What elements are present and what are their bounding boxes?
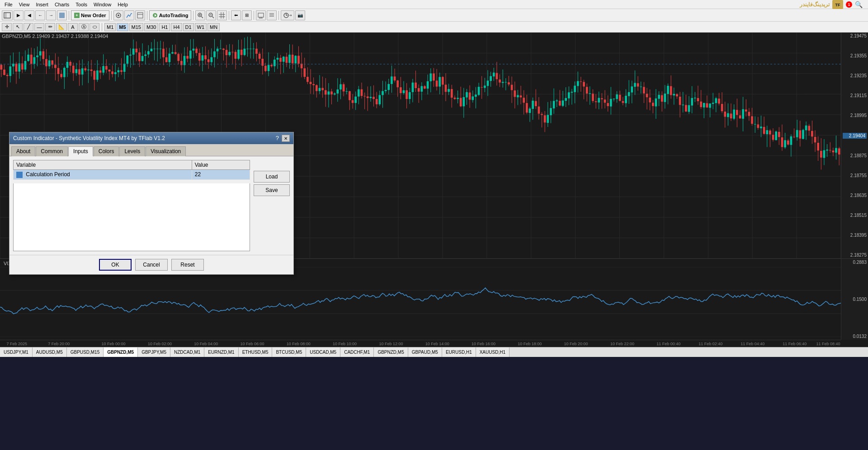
menu-tools[interactable]: Tools xyxy=(73,1,90,8)
indicator-axis: 0.2883 0.1500 0.0132 xyxy=(841,258,868,340)
cell-variable: Calculation Period xyxy=(14,170,192,180)
symbol-gbpnzd-m5-active[interactable]: GBPNZD,M5 xyxy=(104,347,138,357)
separator-7 xyxy=(278,11,279,20)
marketwatch-btn[interactable] xyxy=(267,10,277,20)
menu-view[interactable]: View xyxy=(16,1,33,8)
ok-btn[interactable]: OK xyxy=(99,259,132,271)
tf-w1[interactable]: W1 xyxy=(195,23,207,31)
tf-m1[interactable]: M1 xyxy=(104,23,116,31)
indicator-chart[interactable] xyxy=(0,267,841,337)
separator-4 xyxy=(193,11,193,20)
template-btn[interactable] xyxy=(135,10,145,20)
zoom-out-btn[interactable]: ◀ xyxy=(24,10,34,20)
fib-btn[interactable]: 📐 xyxy=(56,23,67,31)
symbol-gbpaud-m5[interactable]: GBPAUD,M5 xyxy=(408,347,442,357)
menu-window[interactable]: Window xyxy=(91,1,114,8)
symbol-usdjpy-m1[interactable]: USDJPY,M1 xyxy=(0,347,33,357)
scroll-right-btn[interactable]: → xyxy=(46,10,56,20)
symbol-ethusd-m5[interactable]: ETHUSD,M5 xyxy=(239,347,273,357)
indicators-btn[interactable] xyxy=(124,10,134,20)
save-btn[interactable]: Save xyxy=(254,184,290,196)
dialog-close-btn[interactable]: ✕ xyxy=(282,135,290,142)
load-btn[interactable]: Load xyxy=(254,171,290,183)
tf-h4[interactable]: H4 xyxy=(171,23,182,31)
ellipse-btn[interactable]: ⬭ xyxy=(90,23,99,31)
symbol-gbpusd-m15[interactable]: GBPUSD,M15 xyxy=(67,347,104,357)
grid-btn[interactable] xyxy=(217,10,227,20)
price-level-9: 2.18515 xyxy=(843,213,867,218)
svg-rect-2 xyxy=(4,13,10,18)
price-level-5: 2.18995 xyxy=(843,113,867,118)
line-btn[interactable]: ╱ xyxy=(24,23,33,31)
tf-mn[interactable]: MN xyxy=(208,23,220,31)
menu-charts[interactable]: Charts xyxy=(52,1,72,8)
logo-area: تریدینگ‌فایندر TF 1 🔍 xyxy=(796,0,866,9)
symbol-btcusd-m5[interactable]: BTCUSD,M5 xyxy=(272,347,306,357)
search-icon[interactable]: 🔍 xyxy=(855,1,863,8)
symbol-usdcad-m5[interactable]: USDCAD,M5 xyxy=(306,347,340,357)
cancel-btn[interactable]: Cancel xyxy=(135,259,168,271)
price-chart-btn[interactable]: ⊞ xyxy=(242,10,252,20)
tab-inputs[interactable]: Inputs xyxy=(68,146,93,156)
zoom-chart-btn[interactable] xyxy=(195,10,205,20)
symbol-eurusd-h1[interactable]: EURUSD,H1 xyxy=(442,347,476,357)
symbol-xauusd-h1[interactable]: XAUUSD,H1 xyxy=(476,347,509,357)
price-level-10: 2.18395 xyxy=(843,233,867,238)
arrow-btn[interactable]: ↖ xyxy=(13,23,23,31)
properties-btn[interactable] xyxy=(57,10,67,20)
new-order-btn[interactable]: + New Order xyxy=(71,10,109,20)
draw-btn[interactable]: ✏ xyxy=(45,23,55,31)
variable-name: Calculation Period xyxy=(26,171,70,178)
symbol-gbpnzd-m5-2[interactable]: GBPNZD,M5 xyxy=(374,347,408,357)
scroll-left-btn[interactable]: ← xyxy=(35,10,45,20)
svg-line-18 xyxy=(212,16,214,18)
menu-file[interactable]: File xyxy=(2,1,15,8)
current-price-label: 2.19404 xyxy=(843,133,867,139)
hline-btn[interactable]: — xyxy=(34,23,44,31)
indicator-dialog: Custom Indicator - Synthetic Volatility … xyxy=(9,132,294,275)
period-btn[interactable] xyxy=(281,10,294,20)
terminal-btn[interactable] xyxy=(256,10,266,20)
text-btn[interactable]: A xyxy=(68,23,78,31)
dialog-controls: ? ✕ xyxy=(272,135,290,142)
zoom-in-btn[interactable]: ▶ xyxy=(14,10,24,20)
tf-d1[interactable]: D1 xyxy=(183,23,194,31)
autotrading-btn[interactable]: AutoTrading xyxy=(149,10,192,20)
menu-help[interactable]: Help xyxy=(115,1,131,8)
screenshot-btn[interactable]: 📷 xyxy=(295,10,305,20)
tf-m30[interactable]: M30 xyxy=(144,23,158,31)
tab-common[interactable]: Common xyxy=(36,146,68,156)
dialog-content: Variable Value Calculation Period 22 xyxy=(9,156,293,255)
zoom-out-chart-btn[interactable] xyxy=(206,10,216,20)
cell-value[interactable]: 22 xyxy=(192,170,250,180)
tab-levels[interactable]: Levels xyxy=(119,146,145,156)
tab-visualization[interactable]: Visualization xyxy=(146,146,186,156)
price-axis: 2.19475 2.19355 2.19235 2.19115 2.18995 … xyxy=(841,33,868,258)
chart-history-btn[interactable]: ⬅ xyxy=(231,10,241,20)
menu-insert[interactable]: Insert xyxy=(33,1,51,8)
price-level-3: 2.19235 xyxy=(843,73,867,78)
table-row[interactable]: Calculation Period 22 xyxy=(14,170,250,180)
symbol-nzdcad-m1[interactable]: NZDCAD,M1 xyxy=(170,347,204,357)
chart-properties-btn[interactable] xyxy=(113,10,123,20)
tf-m5[interactable]: M5 xyxy=(117,23,128,31)
new-chart-btn[interactable] xyxy=(2,10,13,20)
symbol-eurnzd-m1[interactable]: EURNZD,M1 xyxy=(204,347,238,357)
symbol-cadchf-m1[interactable]: CADCHF,M1 xyxy=(340,347,374,357)
crosshair-btn[interactable]: ✛ xyxy=(2,23,12,31)
tab-about[interactable]: About xyxy=(11,146,35,156)
symbol-gbpjpy-m5[interactable]: GBPJPY,M5 xyxy=(138,347,170,357)
help-question-btn[interactable]: ? xyxy=(276,135,279,142)
price-level-1: 2.19475 xyxy=(843,33,867,38)
separator-5 xyxy=(229,11,229,20)
tf-h1[interactable]: H1 xyxy=(159,23,170,31)
reset-btn[interactable]: Reset xyxy=(171,259,204,271)
label-btn[interactable]: Ⓐ xyxy=(79,23,89,31)
tab-colors[interactable]: Colors xyxy=(94,146,119,156)
notification-badge[interactable]: 1 xyxy=(846,1,852,8)
tf-m15[interactable]: M15 xyxy=(129,23,143,31)
svg-line-14 xyxy=(202,16,203,18)
svg-text:+: + xyxy=(75,13,78,18)
symbol-audusd-m5[interactable]: AUDUSD,M5 xyxy=(33,347,67,357)
col-variable: Variable xyxy=(14,160,192,170)
